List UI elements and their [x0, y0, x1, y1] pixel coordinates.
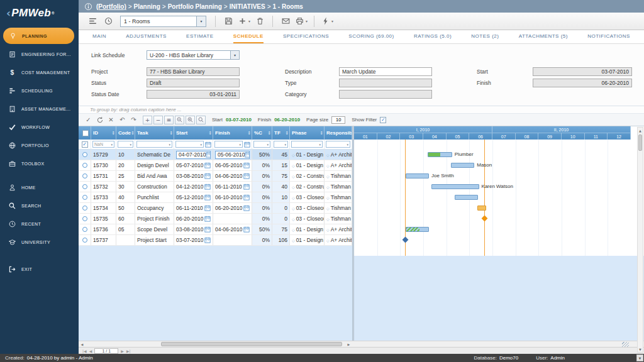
cell-start[interactable]: 05-12-2010: [174, 192, 213, 202]
calendar-icon[interactable]: [204, 226, 211, 233]
breadcrumb-item[interactable]: INITIATIVES: [230, 3, 265, 10]
cell-finish[interactable]: 04-06-2010: [213, 171, 252, 181]
table-row[interactable]: 1573340Punchlist05-12-201006-10-20100%10…: [79, 192, 352, 203]
table-row[interactable]: 1573230Construction04-12-201006-11-20100…: [79, 182, 352, 192]
cell-start[interactable]: 03-08-2010: [174, 224, 213, 234]
sidebar-item-portfolio[interactable]: PORTFOLIO: [0, 136, 79, 155]
scroll-up-icon[interactable]: ▲: [638, 128, 643, 133]
row-selector-cell[interactable]: [79, 214, 91, 224]
tab-specifications[interactable]: SPECIFICATIONS: [283, 30, 329, 43]
table-row[interactable]: 15737Project Start03-07-20100%106◇01 - D…: [79, 235, 352, 246]
scroll-left-icon[interactable]: ◀: [79, 341, 86, 347]
select-all-checkbox[interactable]: [82, 130, 89, 136]
filter-input[interactable]: ▾: [291, 141, 323, 148]
tab-notes-2[interactable]: NOTES (2): [471, 30, 499, 43]
cell-finish[interactable]: 06-20-2010: [213, 203, 252, 213]
rows-button[interactable]: ≡: [164, 116, 174, 124]
gantt-milestone[interactable]: [481, 216, 487, 222]
category-field[interactable]: [339, 90, 432, 99]
gantt-bar[interactable]: [428, 152, 452, 157]
collapse-button[interactable]: −: [153, 116, 163, 124]
gantt-bar[interactable]: [431, 184, 479, 189]
show-filter-checkbox[interactable]: ✓: [380, 117, 386, 123]
row-selector-cell[interactable]: [79, 235, 91, 245]
table-row[interactable]: 1573605Scope Devel03-08-201004-06-201050…: [79, 224, 352, 235]
column-header-code[interactable]: Code↕: [116, 126, 135, 140]
filter-input[interactable]: ▾: [136, 141, 172, 148]
column-header-phase[interactable]: Phase↕: [290, 126, 325, 140]
sidebar-item-home[interactable]: HOME: [0, 178, 79, 197]
page-scroll-corner[interactable]: ▼: [636, 354, 643, 361]
apply-button[interactable]: ✓: [84, 115, 93, 124]
sidebar-item-search[interactable]: SEARCH: [0, 197, 79, 215]
cell-finish[interactable]: [213, 235, 252, 245]
tab-notifications[interactable]: NOTIFICATIONS: [587, 30, 630, 43]
row-selector-cell[interactable]: [79, 160, 91, 170]
gantt-bar[interactable]: [406, 173, 429, 178]
add-button[interactable]: ▾: [238, 14, 250, 28]
sort-icon[interactable]: ↕: [319, 131, 323, 136]
cell-finish[interactable]: 06-10-2010: [213, 192, 252, 202]
status-field[interactable]: [147, 79, 240, 87]
finish-field[interactable]: [533, 79, 632, 87]
pmweb-logo[interactable]: ‹PMWeb®: [0, 0, 79, 26]
gantt-bar[interactable]: [455, 195, 478, 200]
calendar-icon[interactable]: [243, 194, 250, 200]
row-selector-cell[interactable]: [79, 171, 91, 181]
save-button[interactable]: [222, 14, 235, 28]
tab-adjustments[interactable]: ADJUSTMENTS: [126, 30, 167, 43]
column-header-responsible[interactable]: Responsible↕: [325, 126, 352, 140]
date-editor[interactable]: 04-07-2010: [176, 151, 211, 159]
column-header-c[interactable]: %C↕: [252, 126, 272, 140]
calendar-icon[interactable]: [245, 151, 250, 158]
sidebar-item-planning[interactable]: PLANNING: [3, 28, 74, 44]
sidebar-item-scheduling[interactable]: SCHEDULING: [0, 82, 79, 100]
expand-button[interactable]: +: [143, 116, 152, 124]
project-field[interactable]: [147, 67, 240, 76]
cell-finish[interactable]: 05-06-2010: [213, 150, 252, 160]
cell-start[interactable]: 04-07-2010: [174, 150, 213, 160]
sidebar-item-asset-management[interactable]: ASSET MANAGEME...: [0, 100, 79, 118]
calendar-icon[interactable]: [243, 184, 250, 190]
delete-button[interactable]: [253, 14, 266, 28]
calendar-icon[interactable]: [204, 184, 211, 190]
page-size-input[interactable]: [331, 116, 345, 124]
start-field[interactable]: [533, 67, 632, 76]
table-row[interactable]: 1572910Schematic De04-07-201005-06-20105…: [79, 150, 352, 160]
cell-start[interactable]: 05-07-2010: [174, 160, 213, 170]
filter-input[interactable]: ▾: [175, 141, 204, 148]
sidebar-item-exit[interactable]: EXIT: [0, 260, 79, 278]
page-indicator[interactable]: [94, 348, 118, 354]
sort-icon[interactable]: ↕: [285, 131, 289, 136]
cell-finish[interactable]: 06-11-2010: [213, 182, 252, 192]
sidebar-item-engineering[interactable]: ENGINEERING FOR...: [0, 45, 79, 63]
calendar-icon[interactable]: [204, 194, 211, 200]
tab-main[interactable]: MAIN: [92, 30, 106, 43]
sort-icon[interactable]: ↕: [208, 131, 212, 136]
calendar-icon[interactable]: [206, 151, 211, 158]
column-header-finish[interactable]: Finish↕: [213, 126, 252, 140]
filter-input[interactable]: ▾: [326, 141, 350, 148]
date-editor[interactable]: 05-06-2010: [215, 151, 250, 159]
workflow-button[interactable]: ▾: [321, 14, 333, 28]
scroll-down-icon[interactable]: ▼: [638, 346, 643, 352]
calendar-icon[interactable]: [244, 141, 250, 148]
print-button[interactable]: ▾: [295, 14, 308, 28]
breadcrumb-item[interactable]: (Portfolio): [96, 3, 126, 10]
sort-icon[interactable]: ↕: [247, 131, 251, 136]
description-field[interactable]: [339, 67, 432, 76]
sidebar-item-toolbox[interactable]: TOOLBOX: [0, 155, 79, 173]
filter-input[interactable]: ▾: [274, 141, 288, 148]
filter-input[interactable]: NaN▾: [92, 141, 114, 148]
sidebar-item-workflow[interactable]: WORKFLOW: [0, 118, 79, 136]
calendar-icon[interactable]: [243, 162, 250, 168]
cell-start[interactable]: 03-08-2010: [174, 171, 213, 181]
calendar-icon[interactable]: [243, 205, 250, 211]
breadcrumb-item[interactable]: 1 - Rooms: [273, 3, 303, 10]
first-page-button[interactable]: |◀: [82, 349, 87, 353]
cell-finish[interactable]: 06-05-2010: [213, 160, 252, 170]
zoom-in-button[interactable]: [186, 116, 195, 124]
horizontal-scroll-thumb[interactable]: [161, 342, 342, 346]
zoom-button[interactable]: [196, 116, 206, 124]
list-button[interactable]: [86, 14, 99, 28]
